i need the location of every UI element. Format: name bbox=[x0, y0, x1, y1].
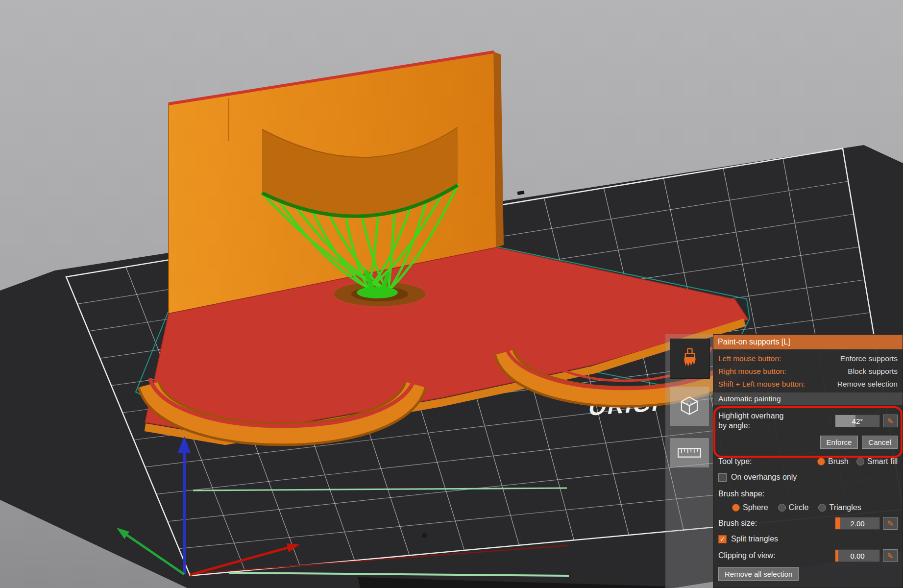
split-triangles-checkbox[interactable]: ✓ bbox=[718, 535, 727, 543]
overhang-angle-input[interactable]: 42° bbox=[835, 415, 880, 427]
tool-type-brush-label[interactable]: Brush bbox=[828, 457, 849, 466]
split-triangles-row: ✓ Split triangles bbox=[718, 533, 898, 545]
clipping-edit-button[interactable]: ✎ bbox=[883, 549, 898, 562]
shift-left-mouse-hint-label: Shift + Left mouse button: bbox=[718, 380, 805, 389]
clipping-of-view-row: Clipping of view: 0.00 ✎ bbox=[718, 549, 898, 562]
clipping-of-view-input[interactable]: 0.00 bbox=[835, 549, 880, 562]
paint-on-supports-panel: Paint-on supports [L] Left mouse button:… bbox=[713, 334, 903, 588]
gizmo-seam-button[interactable] bbox=[670, 387, 709, 426]
highlight-overhang-label-line1: Highlight overhang bbox=[718, 411, 783, 421]
brush-size-edit-button[interactable]: ✎ bbox=[883, 517, 898, 530]
shift-left-mouse-hint-value: Remove selection bbox=[837, 380, 898, 389]
hint-row: Left mouse button: Enforce supports bbox=[718, 352, 898, 365]
bed-screw bbox=[422, 533, 427, 538]
automatic-painting-header[interactable]: Automatic painting bbox=[713, 392, 903, 405]
cancel-button[interactable]: Cancel bbox=[862, 436, 898, 449]
on-overhangs-only-checkbox[interactable]: ✓ bbox=[718, 473, 727, 482]
tool-type-smart-fill-label[interactable]: Smart fill bbox=[867, 457, 898, 466]
gizmo-paint-on-supports-button[interactable] bbox=[670, 339, 710, 379]
on-overhangs-only-label[interactable]: On overhangs only bbox=[731, 473, 797, 482]
brush-shape-label: Brush shape: bbox=[718, 489, 764, 499]
hint-row: Right mouse button: Block supports bbox=[718, 365, 898, 378]
brush-icon bbox=[679, 347, 701, 370]
pencil-icon: ✎ bbox=[887, 416, 893, 426]
tool-type-row: Tool type: Brush Smart fill bbox=[718, 455, 898, 468]
right-mouse-hint-value: Block supports bbox=[848, 367, 898, 376]
brush-shape-label-row: Brush shape: bbox=[718, 488, 898, 500]
highlight-overhang-label-line2: by angle: bbox=[718, 421, 783, 431]
support-trunk-base bbox=[357, 287, 398, 298]
brush-size-value: 2.00 bbox=[835, 519, 879, 528]
enforce-button[interactable]: Enforce bbox=[820, 436, 858, 449]
brush-shape-circle-label[interactable]: Circle bbox=[789, 503, 809, 512]
brush-shape-triangles-label[interactable]: Triangles bbox=[829, 503, 861, 512]
highlight-overhang-label: Highlight overhang by angle: bbox=[718, 411, 783, 431]
gizmo-measure-button[interactable] bbox=[670, 438, 709, 467]
clipping-of-view-value: 0.00 bbox=[835, 552, 879, 560]
left-mouse-hint-label: Left mouse button: bbox=[718, 354, 781, 363]
tool-type-smart-fill-radio[interactable] bbox=[856, 458, 864, 466]
brush-size-input[interactable]: 2.00 bbox=[835, 517, 880, 530]
brush-shape-options-row: Sphere Circle Triangles bbox=[718, 501, 898, 514]
clipping-of-view-label: Clipping of view: bbox=[718, 551, 776, 561]
tool-type-label: Tool type: bbox=[718, 457, 752, 466]
tool-type-brush-radio[interactable] bbox=[817, 458, 825, 466]
remove-all-selection-button[interactable]: Remove all selection bbox=[718, 567, 799, 581]
check-icon: ✓ bbox=[720, 536, 725, 543]
pencil-icon: ✎ bbox=[887, 519, 893, 528]
overhang-angle-value: 42° bbox=[835, 417, 879, 425]
cube-icon bbox=[678, 395, 701, 417]
right-mouse-hint-label: Right mouse button: bbox=[718, 367, 786, 376]
ruler-icon bbox=[677, 445, 702, 460]
brush-shape-triangles-radio[interactable] bbox=[818, 504, 826, 512]
brush-size-row: Brush size: 2.00 ✎ bbox=[718, 517, 898, 530]
brush-shape-sphere-label[interactable]: Sphere bbox=[743, 503, 768, 512]
slicer-window: { "accent_color": "#ED6B21", "annotation… bbox=[0, 0, 903, 588]
split-triangles-label[interactable]: Split triangles bbox=[731, 535, 778, 543]
pencil-icon: ✎ bbox=[887, 551, 893, 561]
clipping-input-group: 0.00 ✎ bbox=[835, 549, 898, 562]
hint-row: Shift + Left mouse button: Remove select… bbox=[718, 378, 898, 391]
panel-title: Paint-on supports [L] bbox=[713, 335, 903, 349]
brush-size-label: Brush size: bbox=[718, 518, 757, 528]
on-overhangs-only-row: ✓ On overhangs only bbox=[718, 471, 898, 484]
remove-all-row: Remove all selection bbox=[718, 567, 898, 581]
gizmo-toolbar bbox=[665, 334, 713, 588]
highlight-overhang-row: Highlight overhang by angle: 42° ✎ bbox=[718, 408, 898, 434]
overhang-buttons-row: Enforce Cancel bbox=[718, 436, 898, 448]
overhang-angle-input-group: 42° ✎ bbox=[835, 415, 898, 427]
overhang-angle-edit-button[interactable]: ✎ bbox=[883, 415, 898, 427]
brush-shape-sphere-radio[interactable] bbox=[732, 504, 740, 512]
brush-shape-circle-radio[interactable] bbox=[778, 504, 786, 512]
brush-size-input-group: 2.00 ✎ bbox=[835, 517, 898, 530]
left-mouse-hint-value: Enforce supports bbox=[840, 354, 898, 363]
